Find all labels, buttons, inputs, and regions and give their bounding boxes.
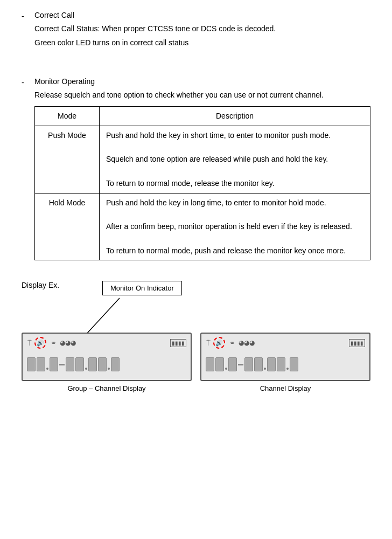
channel-display-unit: ⍑ 🔊 ⚭ ◕◕◕ ▮▮▮▮	[200, 333, 370, 392]
digit-cell	[215, 357, 224, 371]
digit-cell	[206, 357, 214, 371]
group-channel-display-unit: ⍑ 🔊 ⚭ ◕◕◕ ▮▮▮▮	[22, 333, 192, 392]
monitor-para1: Release squelch and tone option to check…	[34, 89, 370, 101]
table-header-mode: Mode	[35, 107, 100, 126]
digit-cell	[88, 357, 97, 371]
hold-mode-label: Hold Mode	[35, 193, 100, 260]
digit-cell	[75, 357, 84, 371]
speaker-icon-left: 🔊	[37, 340, 44, 347]
digit-cell	[228, 357, 237, 371]
display-ex-label: Display Ex.	[22, 281, 59, 289]
correct-call-section: - Correct Call Correct Call Status: When…	[22, 11, 370, 51]
callout-container: Display Ex. Monitor On Indicator ⍑	[22, 281, 370, 453]
digit-cell	[37, 357, 45, 371]
signal-icon-left: ◕◕◕	[60, 339, 76, 347]
monitor-bullet: - Monitor Operating Release squelch and …	[22, 77, 370, 272]
correct-call-content: Correct Call Correct Call Status: When p…	[34, 11, 370, 51]
digit-cell	[50, 357, 58, 371]
digit-row-left	[27, 352, 186, 377]
monitor-on-indicator-callout: Monitor On Indicator	[102, 281, 182, 295]
digit-row-right	[206, 352, 365, 377]
correct-call-para1: Correct Call Status: When proper CTCSS t…	[34, 23, 370, 34]
table-header-row: Mode Description	[35, 107, 370, 126]
table-row: Push Mode Push and hold the key in short…	[35, 126, 370, 193]
top-icons-right: ⍑ 🔊 ⚭ ◕◕◕ ▮▮▮▮	[206, 337, 365, 349]
monitor-operating-section: - Monitor Operating Release squelch and …	[22, 77, 370, 272]
channel-screen: ⍑ 🔊 ⚭ ◕◕◕ ▮▮▮▮	[200, 333, 370, 381]
table-header-description: Description	[100, 107, 370, 126]
speaker-dashed-right: 🔊	[213, 337, 225, 349]
digit-cell	[290, 357, 298, 371]
displays-row: ⍑ 🔊 ⚭ ◕◕◕ ▮▮▮▮	[22, 333, 370, 392]
digit-cell	[267, 357, 276, 371]
hold-mode-desc: Push and hold the key in long time, to e…	[100, 193, 370, 260]
digit-dash	[59, 364, 65, 365]
digit-dash	[238, 364, 243, 365]
table-row: Hold Mode Push and hold the key in long …	[35, 193, 370, 260]
person-icon-right: ⚭	[229, 339, 235, 347]
speaker-dashed-left: 🔊	[34, 337, 46, 349]
channel-caption: Channel Display	[260, 384, 311, 392]
battery-icon-right: ▮▮▮▮	[349, 339, 365, 347]
speaker-icon-right: 🔊	[215, 340, 223, 347]
correct-call-title: Correct Call	[34, 11, 370, 19]
battery-icon-left: ▮▮▮▮	[170, 339, 186, 347]
display-ex-section: Display Ex. Monitor On Indicator ⍑	[22, 281, 370, 453]
top-icons-left: ⍑ 🔊 ⚭ ◕◕◕ ▮▮▮▮	[27, 337, 186, 349]
mode-table: Mode Description Push Mode Push and hold…	[34, 106, 370, 260]
digit-cell	[98, 357, 107, 371]
group-channel-caption: Group – Channel Display	[67, 384, 145, 392]
digit-cell	[277, 357, 285, 371]
bullet-dash-1: -	[22, 11, 34, 20]
digit-dot	[264, 368, 266, 370]
person-icon-left: ⚭	[51, 339, 57, 347]
signal-icon-right: ◕◕◕	[239, 339, 255, 347]
screen-inner-right: ⍑ 🔊 ⚭ ◕◕◕ ▮▮▮▮	[206, 337, 365, 377]
push-mode-desc: Push and hold the key in short time, to …	[100, 126, 370, 193]
digit-cell	[66, 357, 74, 371]
monitor-title: Monitor Operating	[34, 77, 370, 86]
group-channel-screen: ⍑ 🔊 ⚭ ◕◕◕ ▮▮▮▮	[22, 333, 192, 381]
correct-call-para2: Green color LED turns on in correct call…	[34, 37, 370, 49]
screen-inner-left: ⍑ 🔊 ⚭ ◕◕◕ ▮▮▮▮	[27, 337, 186, 377]
spacer-1	[22, 61, 370, 77]
digit-dot	[108, 368, 110, 370]
monitor-content: Monitor Operating Release squelch and to…	[34, 77, 370, 272]
digit-cell	[254, 357, 263, 371]
digit-cell	[244, 357, 253, 371]
antenna-icon-right: ⍑	[206, 338, 211, 348]
correct-call-bullet: - Correct Call Correct Call Status: When…	[22, 11, 370, 51]
digit-dot	[225, 368, 227, 370]
digit-cell	[111, 357, 120, 371]
push-mode-label: Push Mode	[35, 126, 100, 193]
antenna-icon-left: ⍑	[27, 338, 32, 348]
bullet-dash-2: -	[22, 77, 34, 87]
digit-cell	[27, 357, 36, 371]
digit-dot	[85, 368, 87, 370]
digit-dot	[46, 368, 48, 370]
digit-dot	[286, 368, 289, 370]
